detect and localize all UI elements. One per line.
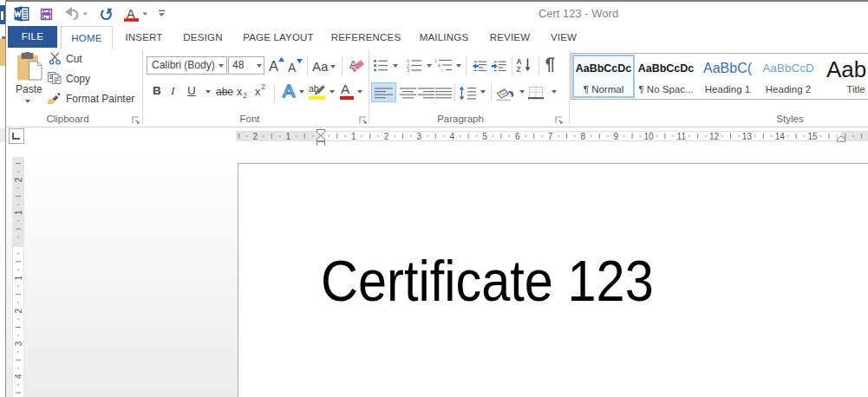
svg-text:15: 15 [807, 132, 818, 141]
svg-text:7: 7 [548, 132, 553, 141]
svg-text:12: 12 [709, 132, 720, 141]
svg-text:2: 2 [14, 177, 23, 182]
svg-text:1: 1 [14, 276, 23, 281]
svg-text:2: 2 [253, 132, 258, 141]
svg-text:4: 4 [14, 374, 23, 379]
svg-text:A: A [127, 7, 135, 21]
svg-text:3: 3 [407, 68, 409, 72]
svg-text:9: 9 [613, 132, 618, 141]
svg-text:6: 6 [515, 132, 520, 141]
svg-text:1: 1 [351, 132, 356, 141]
svg-text:14: 14 [775, 132, 786, 141]
svg-text:i: i [441, 68, 442, 73]
svg-text:11: 11 [677, 132, 687, 141]
svg-text:4: 4 [449, 132, 454, 141]
svg-text:1: 1 [14, 210, 23, 215]
svg-text:2: 2 [384, 132, 389, 141]
svg-text:5: 5 [482, 132, 487, 141]
svg-text:3: 3 [14, 341, 23, 346]
svg-text:1: 1 [285, 132, 290, 141]
svg-text:Z: Z [517, 65, 521, 73]
svg-text:3: 3 [417, 132, 422, 141]
svg-text:10: 10 [643, 132, 654, 141]
svg-text:2: 2 [14, 308, 23, 313]
svg-text:8: 8 [581, 132, 586, 141]
svg-text:13: 13 [742, 132, 753, 141]
svg-text:1: 1 [434, 58, 437, 63]
svg-text:a: a [438, 62, 441, 68]
